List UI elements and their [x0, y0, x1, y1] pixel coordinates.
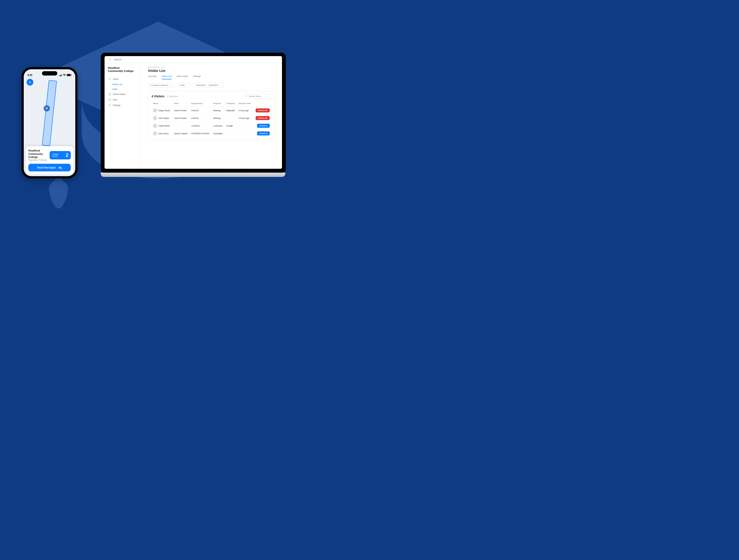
filter-location-dropdown[interactable]: Company Location A ⌄ — [148, 83, 174, 87]
table-row: Mary MoonSerina Fogarty07/09/2024 9:00AM… — [152, 130, 271, 137]
find-free-spot-label: Find Free Spot — [37, 166, 56, 169]
sidebar-item-visitor[interactable]: Visitor — [108, 76, 139, 82]
wifi-icon — [63, 74, 66, 76]
tab-visitor-list[interactable]: Visitor List — [162, 75, 172, 79]
svg-point-7 — [109, 58, 111, 60]
sidebar-item-label: Visitor — [113, 78, 119, 80]
car-search-icon — [58, 166, 62, 169]
sidebar-item-label: Help — [113, 99, 117, 101]
col-checkin: Checkin Time — [237, 101, 253, 107]
filter-quick-range-label: Today — [180, 84, 185, 86]
col-expected: Expected by — [190, 101, 212, 107]
visitor-company: - — [225, 130, 237, 137]
tab-invite-visitor[interactable]: Invite Visitor — [176, 75, 188, 79]
laptop-base — [101, 173, 285, 177]
laptop-screen: Headford Communtity College Visitor Visi… — [105, 56, 282, 169]
svg-rect-4 — [71, 74, 71, 75]
check-out-button[interactable]: Check out — [256, 116, 270, 120]
search-icon — [246, 95, 247, 97]
table-row: John MayerGarret Flower9:00AMMeeting-2 h… — [152, 114, 271, 122]
filter-row: Company Location A ⌄ Today ⌄ 30/08/2024 … — [148, 83, 275, 87]
cellular-icon — [59, 74, 62, 76]
sidebar-subitem-invite[interactable]: Invite — [108, 87, 139, 91]
visitors-card-header: 4 Visitors 2 Expected — [152, 94, 271, 99]
status-time: 9:41 — [28, 74, 32, 76]
status-indicators — [59, 74, 71, 76]
table-row: Diego SouzaGarret Flower9:00AMMeetingWay… — [152, 107, 271, 114]
main-content: WAYVISITOR | List Visitor List Overview … — [141, 63, 282, 169]
visitors-card: 4 Visitors 2 Expected Name — [148, 91, 275, 140]
svg-line-8 — [111, 60, 111, 60]
tab-settings[interactable]: Settings — [193, 75, 201, 79]
global-search-input[interactable] — [113, 58, 278, 61]
find-free-spot-button[interactable]: Find Free Spot — [28, 164, 71, 171]
arrow-left-icon — [28, 80, 32, 84]
visitor-expected: 11:00AM — [190, 122, 212, 130]
search-icon — [109, 58, 112, 61]
col-purpose: Purpose — [212, 101, 225, 107]
battery-icon — [67, 74, 71, 76]
user-icon — [108, 78, 111, 81]
visitor-checkin: 2 hous ago — [237, 107, 253, 114]
chevron-down-icon: ⌄ — [170, 84, 171, 86]
visitor-search-input[interactable] — [249, 95, 269, 98]
visitor-purpose: Contractor — [212, 122, 225, 130]
tab-overview[interactable]: Overview — [148, 75, 157, 79]
visitor-expected: 07/09/2024 9:00AM — [190, 130, 212, 137]
svg-point-12 — [109, 105, 110, 106]
sidebar-item-help[interactable]: Help — [108, 97, 139, 103]
visitors-expected: 2 Expected — [167, 95, 178, 98]
sidebar-item-label: Settings — [113, 104, 121, 107]
visitor-checkin: - — [237, 130, 253, 137]
col-company: Company — [225, 101, 237, 107]
filter-date-range-dropdown[interactable]: 30/08/2024 → 30/08/2024 ⌄ — [193, 83, 224, 87]
avatar — [153, 116, 157, 120]
available-spaces-badge: Available Spaces 2 — [50, 151, 71, 159]
visitor-name: Clyde Wharf — [158, 125, 170, 127]
filter-location-label: Company Location A — [151, 84, 168, 86]
filter-quick-range-dropdown[interactable]: Today ⌄ — [177, 83, 190, 87]
visitor-checkin: 2 hours ago — [237, 114, 253, 122]
location-title: Headford Community College — [28, 149, 47, 159]
sidebar-item-label: Submit Ideas — [113, 93, 125, 96]
svg-line-6 — [61, 169, 62, 169]
svg-point-9 — [109, 78, 110, 79]
location-subtitle: Standard Parking — [28, 159, 47, 161]
svg-line-14 — [247, 97, 247, 97]
check-in-button[interactable]: Check in — [257, 131, 270, 136]
visitor-purpose: Meeting — [212, 114, 225, 122]
global-search-bar — [105, 56, 282, 63]
selected-parking-lane[interactable] — [42, 80, 57, 146]
location-text-block: Headford Community College Standard Park… — [28, 149, 47, 161]
lightbulb-icon — [108, 93, 111, 96]
col-host: Host — [173, 101, 190, 107]
sidebar-item-settings[interactable]: Settings — [108, 103, 139, 108]
available-count: 2 — [66, 153, 68, 158]
help-icon — [108, 98, 111, 102]
visitor-purpose: Candidate — [212, 130, 225, 137]
back-button[interactable] — [27, 79, 33, 85]
sidebar-item-submit-ideas[interactable]: Submit Ideas — [108, 91, 139, 97]
visitor-expected: 9:00AM — [190, 114, 212, 122]
check-in-button[interactable]: Check in — [257, 124, 270, 128]
svg-point-11 — [109, 100, 110, 101]
available-label: Available Spaces — [52, 153, 59, 157]
visitor-company: Google — [225, 122, 237, 130]
avatar — [153, 124, 157, 128]
visitors-table: Name Host Expected by Purpose Company Ch… — [152, 101, 271, 137]
tab-bar: Overview Visitor List Invite Visitor Set… — [148, 75, 275, 79]
visitor-search[interactable] — [243, 94, 271, 99]
visitor-name: John Mayer — [158, 117, 169, 120]
visitors-count: 4 Visitors — [152, 95, 164, 98]
visitor-host: - — [173, 122, 190, 130]
sidebar: Headford Communtity College Visitor Visi… — [105, 63, 141, 169]
check-out-button[interactable]: Check out — [256, 108, 270, 113]
sidebar-subitem-visitor-list[interactable]: Visitor List — [108, 82, 139, 87]
gear-icon — [108, 104, 111, 107]
svg-point-1 — [49, 180, 68, 199]
svg-point-13 — [246, 96, 247, 97]
filter-date-range-label: 30/08/2024 → 30/08/2024 — [196, 84, 218, 86]
phone-device-frame: 9:41 P Headford Community College Standa… — [22, 67, 78, 178]
phone-screen: 9:41 P Headford Community College Standa… — [24, 69, 75, 176]
visitor-name: Mary Moon — [158, 132, 169, 135]
